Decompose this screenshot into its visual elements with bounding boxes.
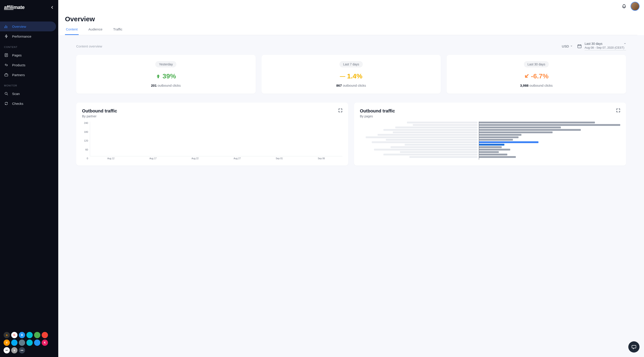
sidebar: affilimate Overview Performance CONTENT …	[0, 0, 58, 357]
stat-value: — 1.4%	[268, 72, 435, 80]
tab-audience[interactable]: Audience	[88, 24, 104, 35]
more-partners-button[interactable]: •••	[19, 347, 25, 354]
date-picker[interactable]: Last 30 days Aug 08 - Sep 07, 2020 (CEST…	[577, 42, 626, 50]
partner-icon[interactable]: V	[4, 340, 10, 346]
stat-cards: Yesterday 39% 201 outbound clicks Last 7…	[76, 55, 626, 94]
stat-pct: 39%	[162, 72, 176, 80]
y-axis: 240180120600	[82, 122, 90, 160]
sidebar-nav: Overview Performance CONTENT Pages Produ…	[0, 15, 58, 328]
nav-label: Performance	[12, 34, 31, 38]
bolt-icon	[4, 34, 8, 38]
expand-icon	[338, 108, 342, 112]
chevron-left-icon	[51, 6, 53, 9]
date-range-select[interactable]: Last 30 days	[584, 42, 626, 45]
user-avatar[interactable]	[630, 2, 640, 11]
stat-card-7days: Last 7 days — 1.4% 867 outbound clicks	[262, 55, 441, 94]
tabs: Content Audience Traffic	[65, 24, 637, 35]
nav-item-partners[interactable]: Partners	[0, 70, 56, 80]
partner-icon[interactable]: a	[4, 332, 10, 338]
right-controls: USD Last 30 days Aug 08 - Sep 07, 2020 (…	[562, 42, 626, 50]
date-subtext: Aug 08 - Sep 07, 2020 (CEST)	[584, 46, 626, 49]
notifications-button[interactable]	[622, 4, 626, 9]
nav-item-products[interactable]: Products	[0, 60, 56, 70]
stat-desc: 201 outbound clicks	[82, 83, 250, 87]
stat-desc-text: outbound clicks	[158, 83, 180, 87]
search-icon	[4, 91, 8, 96]
bars-area	[90, 122, 342, 156]
partner-icon[interactable]	[19, 340, 25, 346]
currency-select[interactable]: USD	[562, 44, 572, 48]
nav-label: Pages	[12, 53, 22, 57]
caret-down-icon	[570, 45, 572, 47]
nav-item-scan[interactable]: Scan	[0, 89, 56, 98]
link-icon	[4, 63, 8, 67]
nav-label: Checks	[12, 102, 23, 105]
nav-label: Scan	[12, 92, 20, 96]
refresh-icon	[4, 101, 8, 106]
stat-desc-text: outbound clicks	[530, 83, 552, 87]
tab-content[interactable]: Content	[65, 24, 79, 35]
hbar-chart	[360, 122, 620, 160]
partner-icon[interactable]	[11, 340, 18, 346]
nav-label: Partners	[12, 73, 25, 77]
partner-icon[interactable]: a	[11, 347, 18, 354]
stat-pct: -6.7%	[531, 72, 548, 80]
bar-chart-icon	[4, 24, 8, 29]
stat-card-yesterday: Yesterday 39% 201 outbound clicks	[76, 55, 256, 94]
partner-icon[interactable]	[34, 332, 40, 338]
hbar-values	[479, 122, 620, 160]
document-icon	[4, 53, 8, 57]
chart-subtitle: By pages	[360, 114, 395, 118]
expand-chart-button[interactable]	[338, 108, 342, 118]
partner-icon[interactable]	[26, 332, 33, 338]
hbar-labels	[360, 122, 479, 160]
x-axis: Aug 12Aug 17Aug 22Aug 27Sep 01Sep 06	[90, 156, 342, 160]
sidebar-header: affilimate	[0, 0, 58, 15]
chart-card-by-partner: Outbound traffic By partner 240180120600…	[76, 103, 348, 166]
nav-label: Products	[12, 63, 25, 67]
topbar	[58, 0, 644, 12]
bar-chart: 240180120600 Aug 12Aug 17Aug 22Aug 27Sep…	[82, 122, 342, 160]
sidebar-footer: a G B V K RP a •••	[0, 328, 58, 357]
bell-icon	[622, 4, 626, 9]
chart-title: Outbound traffic	[82, 108, 117, 114]
partner-icon[interactable]	[34, 340, 40, 346]
collapse-sidebar-button[interactable]	[50, 5, 54, 10]
stat-count: 3,988	[520, 83, 528, 87]
page-header: Overview Content Audience Traffic	[58, 12, 644, 35]
nav-item-checks[interactable]: Checks	[0, 98, 56, 108]
chart-subtitle: By partner	[82, 114, 117, 118]
nav-item-pages[interactable]: Pages	[0, 50, 56, 60]
logo-part1: affili	[4, 4, 14, 10]
partner-icon[interactable]: RP	[4, 347, 10, 354]
stat-count: 201	[151, 83, 157, 87]
chart-card-by-pages: Outbound traffic By pages	[354, 103, 626, 166]
expand-icon	[616, 108, 620, 112]
partner-icon[interactable]: K	[42, 340, 48, 346]
arrow-up-icon	[156, 74, 161, 79]
arrow-down-left-icon	[524, 74, 529, 79]
partner-icon[interactable]: B	[19, 332, 25, 338]
briefcase-icon	[4, 72, 8, 77]
partner-network-icons: a G B V K RP a •••	[4, 332, 55, 354]
minus-icon: —	[340, 73, 345, 79]
nav-item-performance[interactable]: Performance	[0, 31, 56, 41]
chart-cards: Outbound traffic By partner 240180120600…	[76, 103, 626, 166]
partner-icon[interactable]: G	[11, 332, 18, 338]
partner-icon[interactable]	[26, 340, 33, 346]
partner-icon[interactable]	[42, 332, 48, 338]
section-label: Content overview	[76, 44, 102, 48]
currency-value: USD	[562, 44, 569, 48]
chat-support-button[interactable]	[628, 341, 640, 353]
stat-badge: Yesterday	[155, 61, 176, 67]
stat-desc-text: outbound clicks	[343, 83, 366, 87]
stat-pct: 1.4%	[347, 72, 362, 80]
stat-card-30days: Last 30 days -6.7% 3,988 outbound clicks	[446, 55, 626, 94]
stat-value: -6.7%	[453, 72, 620, 80]
stat-badge: Last 7 days	[340, 61, 363, 67]
expand-chart-button[interactable]	[616, 108, 620, 118]
nav-label: Overview	[12, 25, 26, 28]
nav-item-overview[interactable]: Overview	[0, 21, 56, 31]
tab-traffic[interactable]: Traffic	[112, 24, 123, 35]
stat-count: 867	[336, 83, 342, 87]
